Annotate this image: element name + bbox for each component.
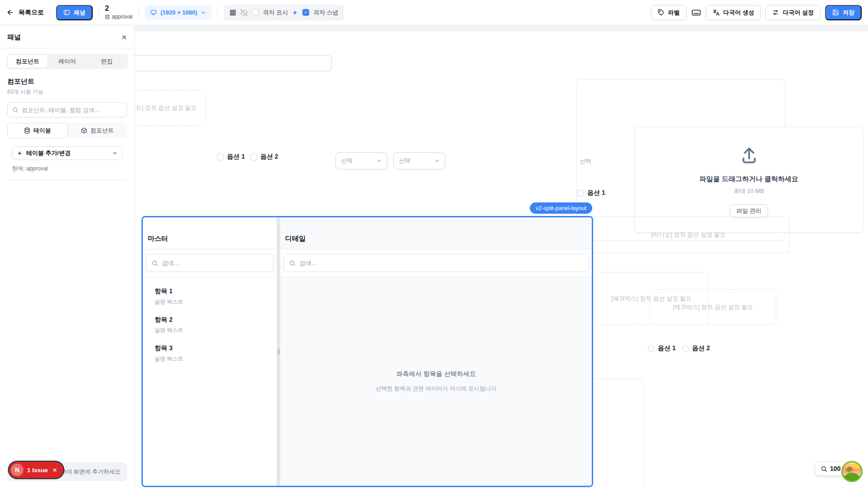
add-table-dropdown[interactable]: ＋ 테이블 추가/변경 <box>12 146 123 160</box>
radio-option-2[interactable]: 옵션 2 <box>682 344 710 352</box>
split-panel-component[interactable]: 마스터 항목 1 설명 텍스트 항목 2 설명 텍스트 <box>142 216 593 487</box>
panel-toggle-button[interactable]: 패널 <box>56 5 93 20</box>
tab-layers[interactable]: 레이어 <box>47 55 87 68</box>
file-manage-button[interactable]: 파일 관리 <box>730 204 769 218</box>
radio-option-1[interactable]: 옵션 1 <box>648 344 676 352</box>
chevron-down-icon <box>377 158 382 164</box>
chevron-down-icon <box>434 158 440 164</box>
i18n-generate-label: 다국어 생성 <box>723 9 755 17</box>
detail-search-field[interactable] <box>299 260 583 267</box>
close-icon[interactable]: ✕ <box>52 467 57 474</box>
checkbox-static-placeholder-2[interactable]: [체크박스] 정적 옵션 설정 필요 <box>650 289 776 325</box>
page-number: 2 <box>105 5 132 13</box>
issue-badge[interactable]: N 1 Issue ✕ <box>9 462 63 478</box>
arrow-left-icon <box>6 9 14 16</box>
detail-empty-title: 좌측에서 항목을 선택하세요 <box>396 370 476 378</box>
save-button[interactable]: 저장 <box>825 5 862 20</box>
radio-label: 옵션 1 <box>658 344 676 352</box>
radio-static-notice: [라디오] 정적 옵션 설정 필요 <box>651 231 726 239</box>
detail-pane: 디테일 좌측에서 항목을 선택하세요 선택한 항목의 관련 데이터가 여기에 표… <box>280 217 592 486</box>
pane-resizer-handle[interactable] <box>278 348 279 355</box>
radio-label: 옵션 2 <box>692 344 710 352</box>
close-icon[interactable]: ✕ <box>121 33 127 42</box>
radio-static-placeholder[interactable]: [라디오] 정적 옵션 설정 필요 <box>588 216 789 253</box>
label-button-text: 라벨 <box>668 9 680 17</box>
divider <box>99 7 99 19</box>
search-icon <box>151 260 158 267</box>
translate-icon <box>712 9 720 16</box>
checkbox-option-1[interactable]: 옵션 1 <box>217 153 245 161</box>
toggle-tables-label: 테이블 <box>33 127 51 135</box>
panel-search-input[interactable] <box>7 102 127 117</box>
zoom-level: 100 <box>830 465 840 472</box>
canvas-select-1[interactable]: 선택 <box>335 152 387 169</box>
canvas-card-bottom[interactable] <box>588 379 644 488</box>
select-placeholder: 선택 <box>341 157 353 165</box>
list-item[interactable]: 항목 2 설명 텍스트 <box>143 311 277 339</box>
search-icon <box>289 260 296 267</box>
monitor-icon <box>150 9 157 16</box>
checkbox-option-2[interactable]: 옵션 2 <box>250 153 278 161</box>
i18n-settings-button[interactable]: 다국어 설정 <box>765 5 821 20</box>
tab-components[interactable]: 컴포넌트 <box>8 55 47 68</box>
master-search-input[interactable] <box>146 254 274 272</box>
components-count: 83개 사용 가능 <box>7 88 127 96</box>
add-table-label: 테이블 추가/변경 <box>26 149 71 157</box>
i18n-generate-button[interactable]: 다국어 생성 <box>706 5 761 20</box>
chevron-down-icon <box>201 10 206 15</box>
checkbox-icon[interactable] <box>217 154 224 160</box>
card-checkbox-option[interactable]: 옵션 1 <box>577 189 605 197</box>
list-item[interactable]: 항목 3 설명 텍스트 <box>143 339 277 368</box>
pane-resizer[interactable] <box>277 217 280 486</box>
label-button[interactable]: 라벨 <box>651 5 687 20</box>
app: [셀렉트] 정적 옵션 설정 필요 옵션 1 옵션 2 선택 선택 선택 옵션 … <box>0 0 868 488</box>
toggle-tables[interactable]: 테이블 <box>7 123 68 138</box>
master-search-row <box>143 249 277 277</box>
issue-count-label: 1 Issue <box>27 467 48 474</box>
list-item-title: 항목 1 <box>155 287 265 296</box>
chevron-down-icon <box>112 150 118 156</box>
upload-limit: 최대 10 MB <box>734 187 764 195</box>
checkbox-static-notice: [체크박스] 정적 옵션 설정 필요 <box>673 303 753 311</box>
grid-snap-checkbox[interactable]: ✓ <box>302 9 309 16</box>
components-section: 컴포넌트 83개 사용 가능 <box>7 77 127 96</box>
top-toolbar: 목록으로 패널 2 approval <box>0 0 868 25</box>
canvas-text-input[interactable] <box>113 55 332 71</box>
upload-title: 파일을 드래그하거나 클릭하세요 <box>699 175 798 183</box>
keyboard-icon[interactable] <box>691 8 701 18</box>
back-to-list-button[interactable]: 목록으로 <box>6 9 44 17</box>
save-button-text: 저장 <box>843 9 854 17</box>
back-to-list-label: 목록으로 <box>19 9 44 17</box>
package-icon <box>81 127 87 134</box>
tab-edit[interactable]: 편집 <box>87 55 127 68</box>
checkbox-icon[interactable] <box>577 190 584 197</box>
panel-search-field[interactable] <box>22 107 122 113</box>
canvas-checkbox-group: 옵션 1 옵션 2 <box>217 153 278 161</box>
island-widget-icon[interactable]: 🌴 <box>841 461 863 482</box>
panel-title: 패널 <box>7 33 21 42</box>
list-item[interactable]: 항목 1 설명 텍스트 <box>143 282 277 311</box>
master-pane-title: 마스터 <box>143 217 277 249</box>
selected-component-badge: v2-split-panel-layout <box>530 202 592 214</box>
radio-icon[interactable] <box>648 345 655 352</box>
list-item-desc: 설명 텍스트 <box>155 298 265 306</box>
divider <box>7 180 127 180</box>
detail-empty-state: 좌측에서 항목을 선택하세요 선택한 항목의 관련 데이터가 여기에 표시됩니다 <box>280 277 592 486</box>
issue-badge-logo: N <box>11 464 24 476</box>
radio-icon[interactable] <box>682 345 689 352</box>
tag-icon <box>658 9 665 16</box>
detail-empty-desc: 선택한 항목의 관련 데이터가 여기에 표시됩니다 <box>376 385 496 393</box>
checkbox-icon[interactable] <box>250 154 257 160</box>
page-info: 2 approval <box>105 5 132 20</box>
master-search-field[interactable] <box>162 260 268 267</box>
sliders-icon <box>772 9 779 16</box>
viewport-size-dropdown[interactable]: (868 × 488) <box>145 5 212 20</box>
checkbox-label: 옵션 1 <box>227 153 245 161</box>
canvas-select-2[interactable]: 선택 <box>393 152 445 169</box>
detail-search-input[interactable] <box>283 254 589 272</box>
toggle-components[interactable]: 컴포넌트 <box>68 123 127 138</box>
plus-icon: ＋ <box>17 149 23 157</box>
list-item-desc: 설명 텍스트 <box>155 355 265 363</box>
lightning-icon <box>292 9 298 16</box>
grid-show-checkbox[interactable] <box>252 9 259 16</box>
